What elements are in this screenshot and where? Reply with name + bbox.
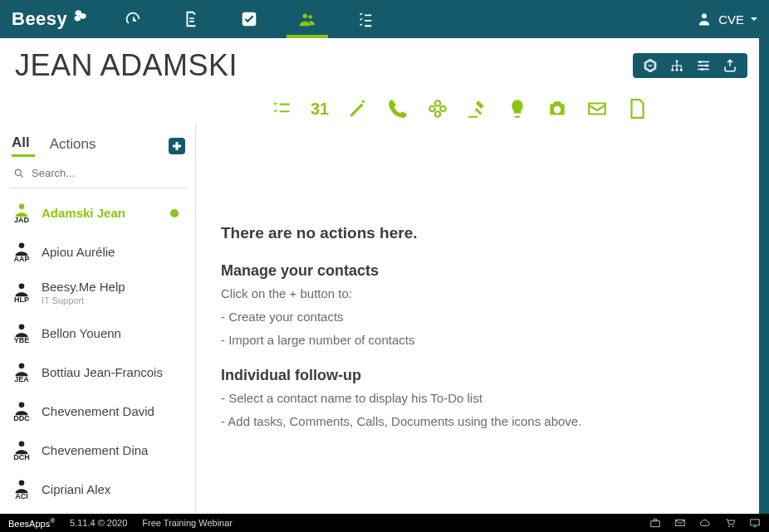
contact-list: JADAdamski JeanAAPApiou AurélieHLPBeesy.… bbox=[10, 193, 189, 509]
checklist-small-icon bbox=[271, 98, 292, 120]
cloud-icon bbox=[699, 517, 711, 529]
bulb-icon bbox=[507, 98, 528, 120]
search-row bbox=[10, 160, 189, 188]
user-label: CVE bbox=[718, 12, 744, 27]
sidebar: All Actions JADAdamski JeanAAPApiou Auré… bbox=[0, 124, 196, 532]
action-call[interactable] bbox=[387, 98, 409, 120]
svg-marker-2 bbox=[75, 15, 81, 21]
contact-item[interactable]: ACICipriani Alex bbox=[10, 470, 189, 509]
nav-dashboard[interactable] bbox=[120, 0, 145, 38]
footer-logo[interactable]: BeesApps® bbox=[8, 517, 55, 529]
document-icon bbox=[182, 10, 200, 28]
tray-cloud[interactable] bbox=[699, 517, 711, 529]
right-gutter bbox=[759, 38, 769, 514]
svg-point-8 bbox=[671, 69, 673, 71]
gauge-icon bbox=[124, 10, 142, 28]
contact-name: Bottiau Jean-Francois bbox=[42, 365, 163, 379]
svg-point-11 bbox=[699, 61, 702, 63]
tool-hierarchy[interactable] bbox=[669, 58, 684, 73]
person-icon: YBE bbox=[10, 322, 33, 344]
contact-item[interactable]: HLPBeesy.Me HelpIT Support bbox=[10, 271, 189, 314]
tray-mail[interactable] bbox=[674, 517, 686, 529]
calendar-day-number: 31 bbox=[311, 100, 329, 119]
person-icon: JAD bbox=[10, 202, 33, 224]
action-photo[interactable] bbox=[546, 98, 568, 120]
contact-item[interactable]: YBEBellon Youenn bbox=[10, 314, 189, 353]
person-icon: HLP bbox=[10, 281, 33, 304]
action-checklist[interactable] bbox=[271, 98, 292, 120]
tool-export[interactable] bbox=[722, 58, 737, 73]
view-tools bbox=[633, 53, 747, 78]
svg-point-13 bbox=[701, 68, 703, 71]
svg-point-24 bbox=[19, 364, 25, 369]
export-icon bbox=[722, 58, 737, 73]
topbar: Beesy CVE bbox=[0, 0, 769, 38]
svg-point-10 bbox=[680, 69, 683, 71]
svg-point-29 bbox=[728, 525, 730, 527]
brand-logo[interactable]: Beesy bbox=[12, 8, 91, 30]
mail-icon bbox=[586, 98, 608, 120]
page-icon bbox=[626, 98, 648, 120]
camera-icon bbox=[546, 98, 568, 120]
action-mail[interactable] bbox=[586, 98, 608, 120]
footer-tray bbox=[649, 517, 761, 529]
help-text-line: Click on the + button to: bbox=[221, 285, 727, 303]
svg-point-25 bbox=[19, 403, 25, 408]
action-decision[interactable] bbox=[467, 98, 488, 120]
svg-point-6 bbox=[702, 13, 707, 18]
action-calendar[interactable]: 31 bbox=[311, 98, 329, 120]
contact-item[interactable]: DCHChevenement Dina bbox=[10, 431, 189, 470]
search-icon bbox=[13, 168, 25, 179]
add-button[interactable] bbox=[167, 136, 187, 156]
user-menu[interactable]: CVE bbox=[697, 12, 757, 27]
contact-subtitle: IT Support bbox=[42, 295, 125, 305]
tab-all[interactable]: All bbox=[12, 134, 35, 157]
help-section-followup: Individual follow-up - Select a contact … bbox=[221, 367, 727, 431]
action-document[interactable] bbox=[626, 98, 648, 120]
contact-name: Chevenement Dina bbox=[42, 443, 148, 457]
contact-item[interactable]: JEABottiau Jean-Francois bbox=[10, 353, 189, 392]
contact-name: Beesy.Me Help bbox=[42, 280, 125, 294]
phone-icon bbox=[387, 98, 409, 120]
svg-point-14 bbox=[429, 106, 435, 112]
tray-briefcase[interactable] bbox=[649, 517, 661, 529]
svg-point-17 bbox=[435, 111, 441, 117]
user-icon bbox=[697, 12, 712, 27]
nav-lists[interactable] bbox=[353, 0, 378, 38]
link-chain-icon bbox=[427, 98, 448, 120]
search-input[interactable] bbox=[32, 167, 185, 179]
nav-tasks[interactable] bbox=[237, 0, 262, 38]
svg-point-15 bbox=[435, 100, 441, 106]
gavel-icon bbox=[467, 98, 488, 120]
footer: BeesApps® 5.11.4 © 2020 Free Training We… bbox=[0, 514, 769, 532]
help-text-line: - Select a contact name to display his T… bbox=[221, 389, 727, 408]
tray-screen[interactable] bbox=[749, 517, 761, 529]
tool-sliders[interactable] bbox=[696, 58, 711, 73]
action-edit[interactable] bbox=[347, 98, 369, 120]
svg-point-21 bbox=[19, 243, 25, 249]
footer-webinar-link[interactable]: Free Training Webinar bbox=[142, 518, 233, 528]
tool-box[interactable] bbox=[643, 58, 658, 73]
contact-name: Cipriani Alex bbox=[42, 482, 110, 496]
contact-item[interactable]: JADAdamski Jean bbox=[10, 193, 189, 232]
nav-contacts[interactable] bbox=[295, 0, 320, 38]
action-idea[interactable] bbox=[507, 98, 528, 120]
plus-square-icon bbox=[167, 136, 187, 156]
checkbox-icon bbox=[240, 10, 258, 28]
section1-title: Manage your contacts bbox=[221, 262, 727, 280]
cart-icon bbox=[724, 517, 736, 529]
nav-notes[interactable] bbox=[179, 0, 203, 38]
people-icon bbox=[298, 10, 316, 28]
top-nav bbox=[120, 0, 378, 38]
svg-point-27 bbox=[19, 481, 25, 486]
tab-actions[interactable]: Actions bbox=[50, 136, 101, 156]
contact-item[interactable]: DDCChevenement David bbox=[10, 392, 189, 431]
person-icon: JEA bbox=[10, 361, 33, 383]
help-text-line: - Import a large number of contacts bbox=[221, 331, 727, 349]
action-link[interactable] bbox=[427, 98, 448, 120]
tray-cart[interactable] bbox=[724, 517, 736, 529]
contact-item[interactable]: AAPApiou Aurélie bbox=[10, 232, 189, 271]
pencil-icon bbox=[347, 98, 369, 120]
section2-title: Individual follow-up bbox=[221, 367, 727, 384]
svg-point-22 bbox=[19, 284, 25, 290]
